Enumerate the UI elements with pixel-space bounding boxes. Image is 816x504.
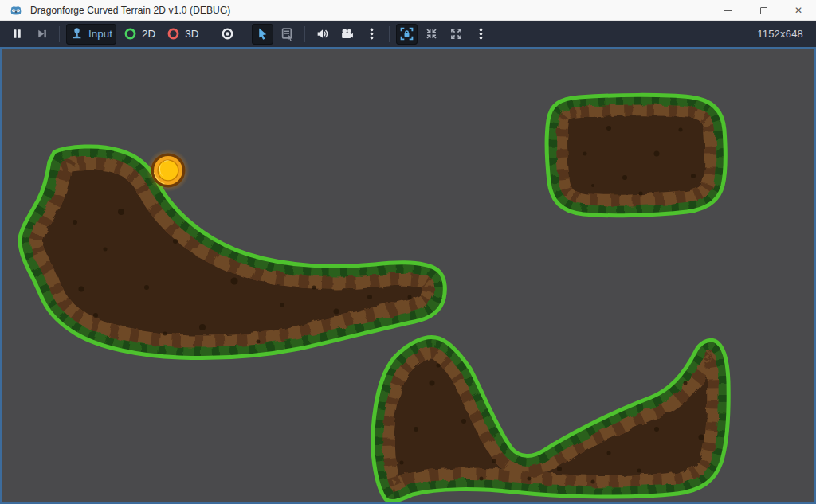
godot-logo-icon bbox=[10, 4, 22, 17]
maximize-button[interactable] bbox=[746, 0, 781, 21]
minimize-icon bbox=[724, 10, 732, 11]
expand-window-button[interactable] bbox=[445, 24, 467, 45]
debug-toolbar: Input 2D 3D bbox=[0, 21, 816, 47]
view-2d-label: 2D bbox=[142, 28, 155, 40]
movie-camera-icon bbox=[340, 27, 354, 41]
game-viewport[interactable] bbox=[0, 47, 816, 504]
shrink-arrows-icon bbox=[425, 27, 438, 41]
view-3d-button[interactable]: 3D bbox=[163, 24, 202, 45]
maximize-icon bbox=[760, 7, 767, 14]
visibility-button[interactable] bbox=[217, 24, 238, 45]
gold-coin bbox=[147, 149, 190, 192]
toolbar-separator bbox=[210, 26, 210, 42]
circle-2d-icon bbox=[124, 27, 137, 41]
terrain-blob-left bbox=[20, 147, 445, 358]
cursor-icon bbox=[256, 27, 269, 41]
circle-3d-icon bbox=[167, 27, 180, 41]
kebab-menu-icon bbox=[365, 27, 379, 41]
list-select-button[interactable] bbox=[277, 24, 298, 45]
camera-override-button[interactable] bbox=[396, 24, 418, 45]
pause-button[interactable] bbox=[6, 24, 28, 45]
list-select-icon bbox=[280, 27, 294, 41]
terrain-rounded-rect-top-right bbox=[547, 95, 725, 215]
close-button[interactable]: ✕ bbox=[781, 0, 816, 21]
window-title: Dragonforge Curved Terrain 2D v1.0 (DEBU… bbox=[30, 5, 230, 16]
shrink-window-button[interactable] bbox=[421, 24, 442, 45]
view-2d-button[interactable]: 2D bbox=[120, 24, 159, 45]
joystick-icon bbox=[70, 27, 84, 41]
kebab-menu-icon bbox=[474, 27, 488, 41]
camera-override-lock-icon bbox=[400, 27, 414, 41]
expand-arrows-icon bbox=[449, 27, 463, 41]
toolbar-separator bbox=[389, 26, 390, 42]
toolbar-separator bbox=[304, 26, 305, 42]
suspend-input-cursor-button[interactable] bbox=[252, 24, 273, 45]
window-options-menu-button[interactable] bbox=[470, 24, 492, 45]
next-frame-icon bbox=[35, 27, 49, 41]
input-mode-button[interactable]: Input bbox=[66, 24, 116, 45]
camera-options-menu-button[interactable] bbox=[361, 24, 382, 45]
toolbar-separator bbox=[59, 26, 60, 42]
resolution-readout: 1152x648 bbox=[757, 28, 803, 40]
view-3d-label: 3D bbox=[185, 28, 198, 40]
titlebar: Dragonforge Curved Terrain 2D v1.0 (DEBU… bbox=[0, 0, 816, 21]
close-icon: ✕ bbox=[794, 6, 802, 15]
camera-view-button[interactable] bbox=[336, 24, 358, 45]
speaker-icon bbox=[316, 27, 329, 41]
next-frame-button[interactable] bbox=[31, 24, 53, 45]
window-controls: ✕ bbox=[711, 0, 816, 21]
toolbar-separator bbox=[245, 26, 245, 42]
audio-mute-button[interactable] bbox=[312, 24, 333, 45]
visibility-icon bbox=[221, 27, 234, 41]
minimize-button[interactable] bbox=[711, 0, 746, 21]
terrain-valley-bottom bbox=[373, 338, 729, 502]
pause-icon bbox=[10, 27, 24, 41]
input-mode-label: Input bbox=[88, 28, 112, 40]
game-scene bbox=[2, 49, 814, 502]
